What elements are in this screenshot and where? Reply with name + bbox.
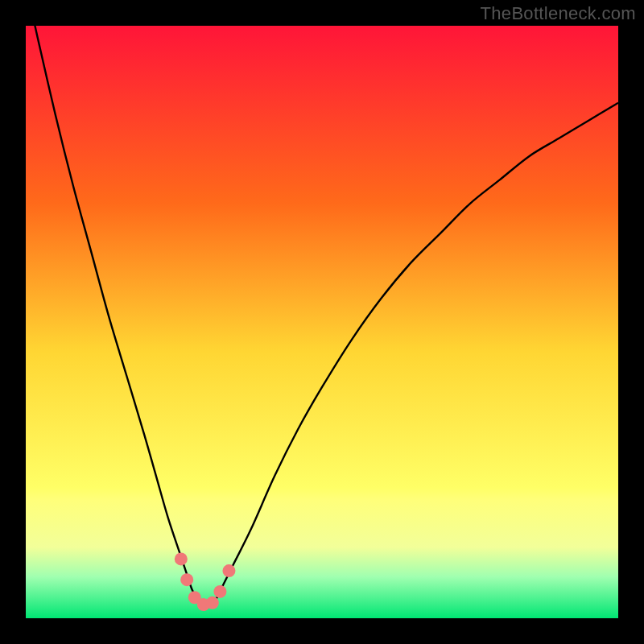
plot-area (26, 26, 618, 618)
curve-marker (206, 597, 219, 609)
chart-svg (26, 26, 618, 618)
chart-outer: TheBottleneck.com (0, 0, 644, 644)
watermark-text: TheBottleneck.com (481, 3, 636, 24)
curve-marker (175, 552, 188, 565)
curve-marker (180, 573, 193, 586)
curve-marker (222, 564, 235, 577)
gradient-background (26, 26, 618, 618)
curve-marker (213, 585, 226, 598)
